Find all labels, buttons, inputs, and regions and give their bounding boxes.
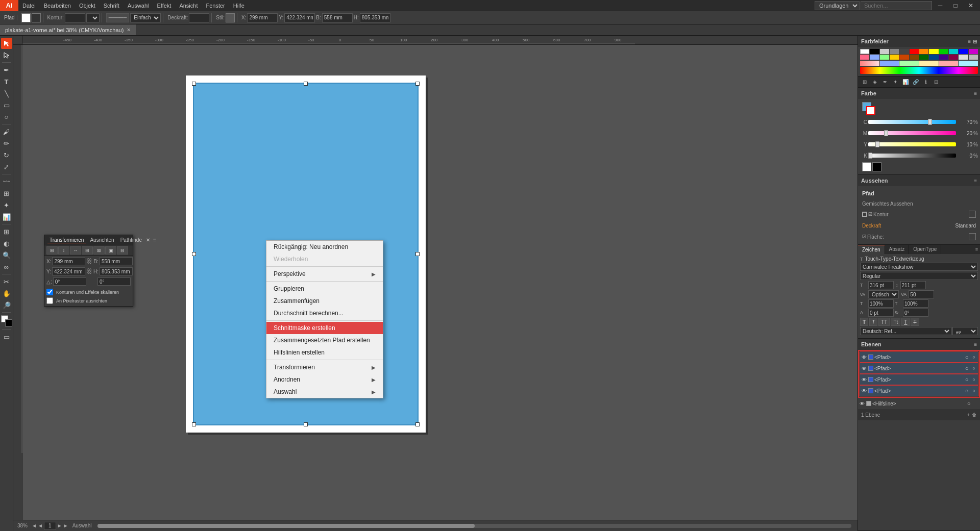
tp-icon-1[interactable]: ⊞ [46,246,58,255]
rp-icon-layers[interactable]: ⊞ [860,78,869,86]
zeichen-scalev-input[interactable] [903,299,928,308]
farbe-swatch-switcher[interactable] [862,102,875,115]
tp-x-input[interactable] [52,257,85,265]
handle-ml[interactable] [192,252,196,256]
zoom-tool[interactable]: 🔎 [1,299,12,311]
status-page-input[interactable] [44,522,56,530]
line-tool[interactable]: ╲ [1,88,12,99]
zeichen-menu-icon[interactable]: ≡ [975,247,978,252]
symbol-tool[interactable]: ✦ [1,199,12,211]
ctx-auswahl[interactable]: Auswahl ▶ [266,386,383,398]
graph-tool[interactable]: 📊 [1,211,12,222]
ebene-eye-3[interactable]: 👁 [861,388,867,394]
ebene-eye-4[interactable]: 👁 [859,400,865,407]
h-input[interactable] [360,13,390,22]
color-cell-5[interactable] [910,49,919,54]
status-prev[interactable]: ◄ [32,523,37,528]
ebene-eye-0[interactable]: 👁 [861,354,867,360]
handle-tl[interactable] [192,82,196,86]
ebene-lock-4[interactable] [973,400,979,407]
color-grad-1[interactable] [860,61,879,66]
menu-bearbeiten[interactable]: Bearbeiten [40,0,75,11]
zeichen-font-select[interactable]: Carnivalee Freakshow [860,263,978,271]
direct-select-tool[interactable] [1,49,12,61]
farbfelder-grid-icon[interactable]: ⊞ [973,39,977,44]
color-cell-18[interactable] [919,55,928,60]
ebene-vis-2[interactable]: ○ [964,376,970,383]
tab-opentype[interactable]: OpenType [909,245,941,254]
stroke-swatch[interactable] [32,13,41,22]
color-cell-11[interactable] [969,49,978,54]
document-tab-close[interactable]: ✕ [127,27,131,33]
b-input[interactable] [322,13,353,22]
kontur-select[interactable] [86,13,100,22]
ebene-add-btn[interactable]: + [967,412,970,418]
handle-tr[interactable] [415,82,420,86]
color-grad-6[interactable] [959,61,978,66]
ebene-vis-1[interactable]: ○ [964,365,970,371]
farbe-k-thumb[interactable] [868,153,872,159]
mesh-tool[interactable]: ⊞ [1,226,12,237]
menu-fenster[interactable]: Fenster [202,0,229,11]
color-cell-16[interactable] [899,55,909,60]
color-cell-10[interactable] [959,49,968,54]
color-cell-19[interactable] [929,55,938,60]
ebene-lock-2[interactable]: ○ [971,376,977,383]
kontur-input[interactable] [65,13,85,22]
zeichen-size-input[interactable] [868,281,894,289]
ctx-schnittmaske[interactable]: Schnittmaske erstellen [266,322,383,334]
status-next[interactable]: ► [57,523,62,528]
zeichen-caps-btn[interactable]: TT [878,318,890,326]
menu-hilfe[interactable]: Hilfe [229,0,249,11]
handle-br[interactable] [415,422,420,426]
color-cell-17[interactable] [910,55,919,60]
zeichen-italic-btn[interactable]: T [869,318,877,326]
x-input[interactable] [247,13,278,22]
zeichen-rotation-input[interactable] [903,309,928,317]
transform-panel-menu[interactable]: ≡ [153,237,156,243]
color-grad-5[interactable] [939,61,959,66]
deckraft-input[interactable] [189,13,209,22]
free-transform-tool[interactable]: ⊞ [1,188,12,199]
handle-mr[interactable] [415,252,420,256]
tp-icon-3[interactable]: ↔ [70,246,81,255]
minimize-button[interactable]: ─ [933,1,947,10]
ebene-lock-0[interactable]: ○ [971,354,977,360]
color-spectrum[interactable] [860,67,978,74]
menu-schrift[interactable]: Schrift [100,0,124,11]
tp-icon-6[interactable]: ▣ [105,246,116,255]
ebene-row-2[interactable]: 👁 <Pfad> ○ ○ [860,374,978,385]
ebene-vis-4[interactable]: ○ [966,400,972,407]
warp-tool[interactable]: 〰 [1,176,12,187]
farbe-c-thumb[interactable] [928,119,932,125]
ebene-del-btn[interactable]: 🗑 [972,412,977,418]
ctx-group[interactable]: Gruppieren [266,283,383,295]
farbe-m-track[interactable] [868,131,956,135]
color-cell-3[interactable] [890,49,899,54]
tp-rot2-input[interactable] [97,277,131,286]
color-cell-7[interactable] [929,49,938,54]
ctx-zusammen[interactable]: Zusammenfügen [266,295,383,307]
transform-panel-close[interactable]: ✕ [146,237,150,243]
document-tab[interactable]: plakate-a1-vorne.ai* bei 38% (CMYK/Vorsc… [0,24,136,35]
gradient-tool[interactable]: ◐ [1,238,12,249]
fill-swatch[interactable] [21,13,31,22]
farbfelder-header[interactable]: Farbfelder ≡ ⊞ [858,36,980,47]
zeichen-under-btn[interactable]: T [901,318,910,326]
tp-y-input[interactable] [52,267,85,275]
konturen-checkbox[interactable] [46,289,53,295]
color-cell-15[interactable] [890,55,899,60]
tab-absatz[interactable]: Absatz [885,245,910,254]
tp-tab-pathfinde[interactable]: Pathfinde [118,237,144,243]
aussehen-flaeche-checkbox[interactable]: ☑ [862,234,866,239]
color-cell-6[interactable] [919,49,928,54]
zeichen-leading-input[interactable] [900,281,926,289]
zeichen-special-select[interactable]: ℊℊ [952,327,978,335]
ctx-zusammengesetzt[interactable]: Zusammengesetzten Pfad erstellen [266,334,383,346]
color-cell-21[interactable] [949,55,958,60]
rp-icon-info[interactable]: ℹ [921,78,930,86]
color-cell-9[interactable] [949,49,958,54]
color-grad-2[interactable] [880,61,899,66]
fill-stroke-switcher[interactable] [1,315,12,326]
color-cell-2[interactable] [880,49,889,54]
